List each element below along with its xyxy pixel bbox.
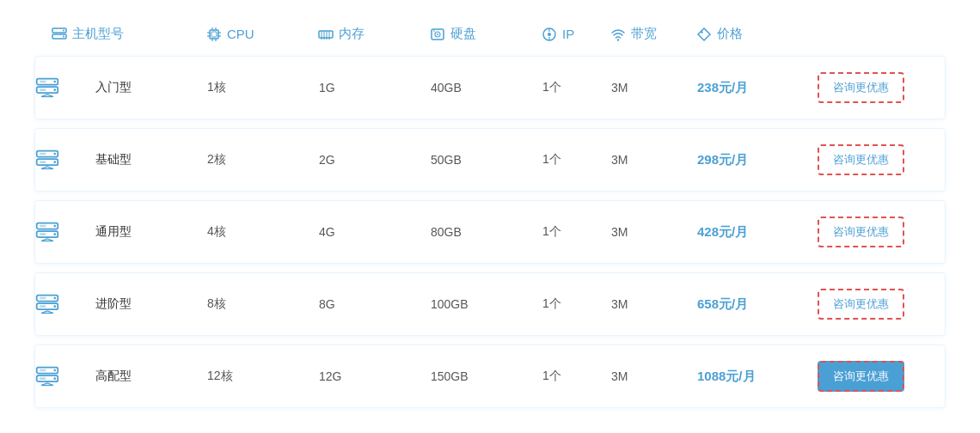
svg-point-32 [701,31,702,33]
row-bw: 3M [611,225,697,239]
row-cpu: 2核 [207,152,319,168]
server-row-icon [35,220,59,244]
svg-point-35 [53,81,56,83]
col-label-cpu: CPU [227,27,254,41]
table-row: 进阶型 8核 8G 100GB 1个 3M 658元/月 咨询更优惠 [34,272,946,336]
col-label-ip: IP [562,27,574,41]
row-icon-cell [35,220,95,244]
row-disk: 150GB [431,369,542,383]
svg-point-31 [617,39,619,40]
col-header-ip: IP [542,27,610,42]
row-mem: 1G [319,81,431,95]
svg-rect-73 [40,369,46,372]
cpu-header-icon [206,27,222,42]
server-header-icon [52,27,67,42]
row-btn-cell: 咨询更优惠 [818,361,938,392]
svg-point-45 [53,161,56,163]
row-bw: 3M [611,153,697,167]
table-body: 入门型 1核 1G 40GB 1个 3M 238元/月 咨询更优惠 基础型 2核 [34,56,946,408]
row-icon-cell [35,292,95,316]
row-price: 298元/月 [697,152,818,168]
query-better-price-button[interactable]: 咨询更优惠 [818,144,904,175]
svg-point-71 [53,369,56,372]
row-ip: 1个 [542,152,611,168]
col-header-bw: 带宽 [610,26,696,42]
wifi-header-icon [610,27,626,42]
svg-point-63 [53,305,56,308]
svg-point-25 [437,34,438,35]
svg-point-44 [53,153,56,156]
svg-point-53 [53,225,56,228]
svg-rect-38 [40,88,46,91]
row-type: 通用型 [95,224,207,240]
row-ip: 1个 [542,224,611,240]
row-icon-cell [35,148,95,172]
row-price: 428元/月 [697,224,818,241]
row-btn-cell: 咨询更优惠 [818,216,938,247]
disk-header-icon [430,27,445,42]
row-ip: 1个 [542,369,611,384]
svg-point-28 [548,33,551,36]
svg-rect-14 [319,31,333,38]
row-type: 进阶型 [95,296,207,312]
col-label-bw: 带宽 [631,26,657,42]
row-cpu: 8核 [207,296,319,312]
row-price: 658元/月 [697,296,818,313]
row-disk: 80GB [431,225,542,239]
price-header-icon [696,27,712,42]
query-better-price-button[interactable]: 咨询更优惠 [818,216,904,247]
row-icon-cell [35,76,95,100]
svg-rect-74 [40,377,46,380]
svg-point-62 [53,297,56,300]
row-icon-cell [35,364,95,388]
svg-rect-37 [40,81,46,83]
row-mem: 12G [319,369,431,383]
table-row: 通用型 4核 4G 80GB 1个 3M 428元/月 咨询更优惠 [34,200,946,264]
col-header-disk: 硬盘 [430,26,542,42]
row-price: 1088元/月 [697,369,818,385]
svg-point-3 [63,35,64,37]
server-row-icon [35,76,59,100]
row-mem: 8G [319,297,431,311]
row-cpu: 4核 [207,224,319,240]
svg-point-36 [53,88,56,91]
row-type: 入门型 [95,80,207,95]
server-row-icon [35,364,59,388]
svg-rect-56 [40,233,46,235]
table-row: 入门型 1核 1G 40GB 1个 3M 238元/月 咨询更优惠 [34,56,946,119]
mem-header-icon [318,27,334,42]
row-btn-cell: 咨询更优惠 [818,72,938,103]
svg-point-72 [53,377,56,380]
row-bw: 3M [611,81,697,95]
svg-rect-5 [211,32,217,37]
row-price: 238元/月 [697,80,818,96]
col-label-machine: 主机型号 [72,26,124,42]
row-cpu: 12核 [207,369,319,384]
col-header-mem: 内存 [318,26,430,42]
svg-rect-64 [40,297,46,300]
row-disk: 50GB [431,153,542,167]
col-label-mem: 内存 [339,26,364,42]
query-better-price-button[interactable]: 咨询更优惠 [818,72,904,103]
row-bw: 3M [611,297,697,311]
row-bw: 3M [611,369,697,383]
svg-point-54 [53,233,56,235]
row-cpu: 1核 [207,80,319,95]
col-header-machine: 主机型号 [34,26,206,42]
col-label-disk: 硬盘 [450,26,476,42]
query-better-price-button[interactable]: 咨询更优惠 [818,361,904,392]
col-label-price: 价格 [717,26,743,42]
ip-header-icon [542,27,557,42]
query-better-price-button[interactable]: 咨询更优惠 [818,289,904,320]
svg-rect-47 [40,161,46,163]
row-mem: 2G [319,153,431,167]
row-ip: 1个 [542,296,611,312]
svg-rect-55 [40,225,46,228]
row-btn-cell: 咨询更优惠 [818,289,938,320]
table-row: 基础型 2核 2G 50GB 1个 3M 298元/月 咨询更优惠 [34,128,946,192]
row-ip: 1个 [542,80,611,95]
svg-rect-65 [40,305,46,308]
server-row-icon [35,148,59,172]
row-disk: 100GB [431,297,542,311]
row-type: 高配型 [95,369,207,384]
